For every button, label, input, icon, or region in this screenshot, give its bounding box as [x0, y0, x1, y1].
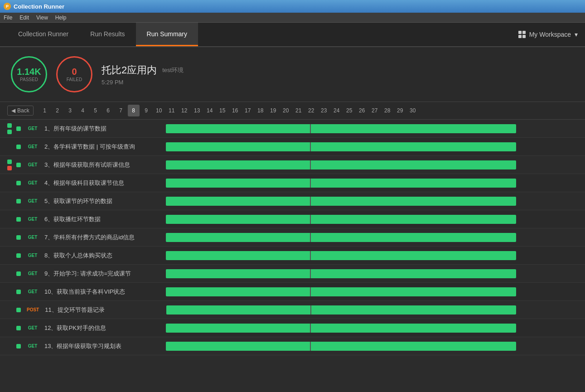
env-tag: test环境 — [162, 66, 184, 74]
request-name[interactable]: 13、根据年级获取学习规划表 — [44, 342, 162, 350]
progress-area: ✓ — [166, 142, 578, 151]
tab-run-results[interactable]: Run Results — [79, 23, 135, 46]
page-7[interactable]: 7 — [115, 105, 127, 116]
request-name[interactable]: 12、获取PK对手的信息 — [44, 324, 162, 332]
tab-collection-runner[interactable]: Collection Runner — [7, 23, 79, 46]
request-name[interactable]: 9、开始学习: 请求成功=完成课节 — [44, 270, 162, 278]
check-mark: ✓ — [312, 252, 317, 259]
status-dot — [16, 163, 21, 167]
workspace-button[interactable]: My Workspace ▾ — [518, 31, 578, 38]
progress-area: ✓ — [166, 124, 578, 133]
page-22[interactable]: 22 — [305, 105, 317, 116]
progress-area: ✓ — [166, 305, 578, 315]
passed-circle: 1.14K PASSED — [11, 56, 47, 92]
request-name[interactable]: 3、根据年级获取所有试听课信息 — [44, 161, 162, 169]
page-8[interactable]: 8 — [128, 105, 140, 116]
request-name[interactable]: 10、获取当前孩子各科VIP状态 — [44, 288, 162, 296]
request-name[interactable]: 2、各学科课节数据 | 可按年级查询 — [44, 143, 162, 151]
method-badge: GET — [24, 288, 41, 295]
status-dot — [16, 290, 21, 294]
titlebar: P Collection Runner — [0, 0, 585, 13]
page-3[interactable]: 3 — [64, 105, 76, 116]
request-name[interactable]: 1、所有年级的课节数据 — [44, 125, 162, 133]
back-button[interactable]: ◀ Back — [7, 106, 34, 116]
status-dot — [16, 271, 21, 276]
method-badge: GET — [24, 198, 41, 204]
page-19[interactable]: 19 — [267, 105, 279, 116]
page-14[interactable]: 14 — [204, 105, 216, 116]
passed-count: 1.14K — [17, 67, 41, 77]
passed-label: PASSED — [20, 77, 38, 82]
failed-label: FAILED — [67, 77, 82, 82]
pagination-bar: ◀ Back 123456789101112131415161718192021… — [0, 102, 585, 120]
check-mark: ✓ — [312, 343, 317, 350]
tab-run-summary[interactable]: Run Summary — [136, 23, 198, 46]
menu-view[interactable]: View — [36, 15, 48, 21]
status-dot — [16, 235, 21, 240]
page-11[interactable]: 11 — [166, 105, 178, 116]
page-13[interactable]: 13 — [191, 105, 203, 116]
left-indicator — [7, 123, 12, 134]
page-1[interactable]: 1 — [39, 105, 51, 116]
page-4[interactable]: 4 — [77, 105, 89, 116]
page-12[interactable]: 12 — [179, 105, 190, 116]
page-numbers: 1234567891011121314151617181920212223242… — [39, 105, 419, 116]
check-mark: ✓ — [312, 288, 317, 295]
page-2[interactable]: 2 — [52, 105, 63, 116]
progress-area: ✓ — [166, 251, 578, 260]
page-6[interactable]: 6 — [102, 105, 114, 116]
method-badge: GET — [24, 179, 41, 186]
page-5[interactable]: 5 — [90, 105, 102, 116]
page-28[interactable]: 28 — [382, 105, 393, 116]
page-25[interactable]: 25 — [343, 105, 355, 116]
request-name[interactable]: 6、获取播红环节数据 — [44, 215, 162, 223]
workspace-icon — [518, 31, 526, 38]
collection-name: 托比2应用内 — [102, 63, 157, 77]
back-arrow: ◀ — [11, 107, 15, 114]
left-indicator — [7, 160, 12, 170]
check-mark: ✓ — [312, 270, 317, 277]
request-name[interactable]: 5、获取课节的环节的数据 — [44, 197, 162, 205]
page-10[interactable]: 10 — [153, 105, 165, 116]
page-27[interactable]: 27 — [369, 105, 381, 116]
menubar: File Edit View Help — [0, 13, 585, 23]
topnav: Collection Runner Run Results Run Summar… — [0, 23, 585, 47]
page-15[interactable]: 15 — [217, 105, 228, 116]
page-24[interactable]: 24 — [331, 105, 343, 116]
page-17[interactable]: 17 — [242, 105, 254, 116]
request-name[interactable]: 7、学科所有付费方式的商品id信息 — [44, 233, 162, 242]
progress-area: ✓ — [166, 233, 578, 242]
page-20[interactable]: 20 — [280, 105, 292, 116]
failed-count: 0 — [72, 67, 77, 77]
page-26[interactable]: 26 — [356, 105, 368, 116]
menu-edit[interactable]: Edit — [19, 15, 29, 21]
app-icon: P — [4, 3, 11, 10]
status-dot — [16, 145, 21, 149]
table-row: POST11、提交环节答题记录✓ — [0, 301, 585, 319]
page-16[interactable]: 16 — [229, 105, 241, 116]
method-badge: GET — [24, 234, 41, 241]
nav-tabs: Collection Runner Run Results Run Summar… — [7, 23, 198, 46]
menu-help[interactable]: Help — [55, 15, 67, 21]
progress-area: ✓ — [166, 215, 578, 224]
page-23[interactable]: 23 — [318, 105, 330, 116]
table-row: GET10、获取当前孩子各科VIP状态✓ — [0, 283, 585, 301]
page-30[interactable]: 30 — [407, 105, 419, 116]
request-name[interactable]: 11、提交环节答题记录 — [45, 306, 163, 314]
page-21[interactable]: 21 — [293, 105, 305, 116]
failed-circle: 0 FAILED — [56, 56, 92, 92]
page-18[interactable]: 18 — [255, 105, 266, 116]
check-mark: ✓ — [312, 216, 317, 223]
request-name[interactable]: 4、根据年级科目获取课节信息 — [44, 179, 162, 187]
page-9[interactable]: 9 — [140, 105, 152, 116]
menu-file[interactable]: File — [4, 15, 12, 21]
method-badge: GET — [24, 270, 41, 277]
progress-area: ✓ — [166, 287, 578, 296]
table-row: GET2、各学科课节数据 | 可按年级查询✓ — [0, 138, 585, 156]
page-29[interactable]: 29 — [394, 105, 406, 116]
check-mark: ✓ — [312, 143, 317, 150]
method-badge: GET — [24, 216, 41, 223]
method-badge: GET — [24, 143, 41, 150]
status-dot — [16, 326, 21, 330]
request-name[interactable]: 8、获取个人总体购买状态 — [44, 252, 162, 260]
